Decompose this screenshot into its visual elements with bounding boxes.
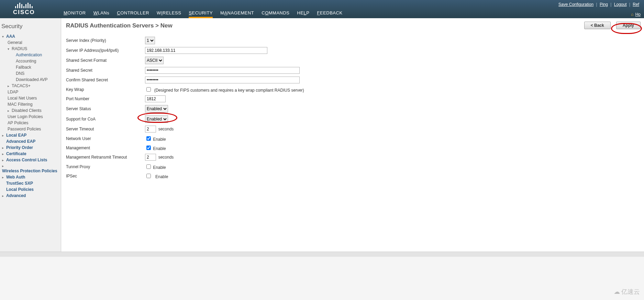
network-user-checkbox[interactable] [146,136,151,141]
sidebar-item-general[interactable]: General [8,40,22,45]
sidebar: Security AAA General RADIUS Authenticati… [0,18,61,252]
nav-controller[interactable]: CONTROLLER [117,10,149,18]
server-timeout-input[interactable] [145,126,156,132]
sidebar-item-mac-filtering[interactable]: MAC Filtering [8,102,33,107]
sidebar-item-acl[interactable]: Access Control Lists [6,157,47,163]
sidebar-item-web-auth[interactable]: Web Auth [6,174,25,180]
label-tunnel-proxy: Tunnel Proxy [66,162,145,171]
label-server-timeout: Server Timeout [66,124,145,134]
enable-label-2: Enable [153,146,166,151]
enable-label-3: Enable [153,165,166,170]
sidebar-item-local-eap[interactable]: Local EAP [6,132,26,138]
sidebar-item-tacacs[interactable]: TACACS+ [12,83,31,89]
key-wrap-checkbox[interactable] [146,87,151,92]
cisco-bars-icon [13,2,35,8]
sidebar-item-disabled-clients[interactable]: Disabled Clients [12,108,42,113]
header: CISCO Save Configuration | Ping | Logout… [0,0,644,18]
label-key-wrap: Key Wrap [66,85,145,94]
label-network-user: Network User [66,134,145,143]
back-button[interactable]: < Back [584,22,611,29]
sidebar-item-aaa[interactable]: AAA [6,34,15,39]
home-bar: ⌂ Ho [631,12,641,17]
sidebar-item-dns[interactable]: DNS [16,71,24,76]
nav-security[interactable]: SECURITY [189,10,213,18]
shared-secret-input[interactable] [145,67,300,74]
main-nav: MONITOR WLANs CONTROLLER WIRELESS SECURI… [64,9,343,18]
save-config-link[interactable]: Save Configuration [558,2,593,7]
label-mgmt-retransmit: Management Retransmit Timeout [66,152,145,162]
sidebar-item-trustsec[interactable]: TrustSec SXP [6,181,33,186]
sidebar-item-advanced-eap[interactable]: Advanced EAP [6,139,35,144]
server-index-select[interactable]: 1 [145,37,155,44]
management-checkbox[interactable] [146,146,151,150]
sidebar-item-ldap[interactable]: LDAP [8,89,18,95]
secret-format-select[interactable]: ASCII [145,57,164,64]
top-links: Save Configuration | Ping | Logout | Ref [557,2,641,7]
sidebar-item-local-policies[interactable]: Local Policies [6,187,34,192]
label-confirm-secret: Confirm Shared Secret [66,75,145,85]
enable-label-1: Enable [153,137,166,142]
seconds-label-2: seconds [158,155,174,160]
page-title: RADIUS Authentication Servers > New [66,22,640,29]
sidebar-item-accounting[interactable]: Accounting [16,58,36,64]
sidebar-item-authentication[interactable]: Authentication [16,52,42,58]
logout-link[interactable]: Logout [614,2,627,7]
server-ip-input[interactable] [145,47,267,54]
sidebar-item-certificate[interactable]: Certificate [6,151,26,157]
ipsec-checkbox[interactable] [146,174,151,178]
sidebar-item-downloaded-avp[interactable]: Downloaded AVP [16,77,48,82]
key-wrap-note: (Designed for FIPS customers and require… [154,88,304,93]
seconds-label-1: seconds [158,127,174,131]
content: < Back Apply RADIUS Authentication Serve… [61,18,644,252]
label-server-ip: Server IP Address(Ipv4/Ipv6) [66,46,145,55]
confirm-secret-input[interactable] [145,77,300,83]
label-management: Management [66,143,145,152]
apply-button[interactable]: Apply [616,22,641,29]
home-icon: ⌂ [631,12,633,17]
sidebar-item-password-policies[interactable]: Password Policies [8,126,41,132]
brand-text: CISCO [13,9,35,16]
ping-link[interactable]: Ping [600,2,608,7]
button-bar: < Back Apply [584,22,641,29]
server-status-select[interactable]: Enabled [145,105,168,113]
nav-commands[interactable]: COMMANDS [262,10,289,18]
label-ipsec: IPSec [66,171,145,181]
label-coa: Support for CoA [66,114,145,124]
refresh-link[interactable]: Ref [633,2,639,7]
sidebar-item-radius[interactable]: RADIUS [12,46,27,51]
label-shared-secret: Shared Secret [66,66,145,75]
nav-monitor[interactable]: MONITOR [64,10,86,18]
form-table: Server Index (Priority) 1 Server IP Addr… [66,35,307,181]
horizontal-scrollbar[interactable] [0,252,644,257]
label-port: Port Number [66,94,145,104]
sidebar-item-local-net-users[interactable]: Local Net Users [8,95,37,101]
mgmt-retransmit-input[interactable] [145,154,156,161]
label-secret-format: Shared Secret Format [66,55,145,66]
cisco-logo: CISCO [13,2,35,16]
nav-wireless[interactable]: WIRELESS [157,10,181,18]
sidebar-item-wpp[interactable]: Wireless Protection Policies [2,168,57,174]
label-server-index: Server Index (Priority) [66,35,145,46]
sidebar-item-ap-policies[interactable]: AP Policies [8,120,28,126]
port-input[interactable] [145,95,166,102]
nav-management[interactable]: MANAGEMENT [220,10,254,18]
nav-wlans[interactable]: WLANs [93,10,110,18]
sidebar-title: Security [1,22,59,33]
sidebar-item-user-login-policies[interactable]: User Login Policies [8,114,43,119]
coa-select[interactable]: Enabled [145,115,168,123]
sidebar-item-fallback[interactable]: Fallback [16,65,31,70]
tunnel-proxy-checkbox[interactable] [146,164,151,169]
nav-feedback[interactable]: FEEDBACK [317,10,343,18]
sidebar-item-advanced[interactable]: Advanced [6,193,26,198]
nav-help[interactable]: HELP [297,10,310,18]
sidebar-item-priority-order[interactable]: Priority Order [6,145,33,150]
enable-label-4: Enable [155,174,168,179]
home-link[interactable]: Ho [635,12,641,17]
label-server-status: Server Status [66,104,145,114]
